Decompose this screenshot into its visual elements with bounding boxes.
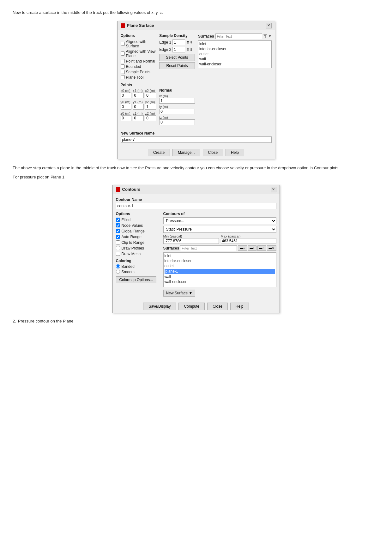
plane-middle-panel: Sample Density Edge 1 ⬆⬇ Edge 2 ⬆⬇ Selec… — [159, 33, 195, 126]
contours-surfaces-filter[interactable] — [180, 245, 237, 251]
list-item: wall — [199, 57, 270, 61]
plane-tool-checkbox[interactable] — [121, 75, 125, 79]
surfaces-filter-input[interactable] — [215, 33, 262, 39]
z2-field: z2 (m) — [145, 111, 156, 121]
surfaces-header: Surfaces ▼ — [198, 33, 272, 39]
filter-x-btn[interactable]: ▬✕ — [267, 245, 276, 251]
new-surface-button[interactable]: New Surface ▼ — [163, 290, 196, 297]
contours-right-panel: Contours of Pressure... Static Pressure … — [163, 212, 276, 297]
list-item: inlet — [199, 42, 270, 46]
close-button[interactable]: Close — [203, 149, 223, 156]
manage-button[interactable]: Manage... — [172, 149, 200, 156]
new-surface-name-input[interactable] — [121, 136, 272, 143]
filter-remove-btn[interactable]: ▬↓ — [248, 245, 256, 251]
help-button[interactable]: Help — [226, 149, 244, 156]
max-input[interactable] — [221, 238, 276, 244]
plane-dialog-titlebar: Plane Surface ✕ — [118, 21, 275, 30]
contours-title: Contours — [116, 187, 141, 192]
contours-surfaces-list: inlet interior-encloser outlet plane-1 w… — [163, 252, 276, 287]
max-field: Max (pascal) — [221, 234, 276, 244]
sample-points-checkbox[interactable] — [121, 70, 125, 74]
list-item: inlet — [165, 254, 275, 258]
filter-icon1 — [263, 34, 267, 38]
list-item: wall-encloser — [199, 62, 270, 66]
new-surface-row: New Surface ▼ — [163, 290, 276, 297]
draw-profiles-checkbox[interactable] — [116, 246, 120, 250]
opt-global-range: Global Range — [116, 229, 160, 233]
new-surface-name-section: New Surface Name — [121, 129, 272, 143]
banded-radio[interactable] — [116, 264, 120, 268]
opt-filled: Filled — [116, 218, 160, 222]
compute-button[interactable]: Compute — [178, 303, 205, 310]
y1-field: y1 (m) — [133, 100, 144, 110]
contour-name-section: Contour Name — [116, 197, 276, 209]
global-range-checkbox[interactable] — [116, 229, 120, 233]
bounded-checkbox[interactable] — [121, 64, 125, 69]
edge2-spinner[interactable]: ⬆⬇ — [186, 47, 193, 52]
edge2-input[interactable] — [172, 47, 185, 52]
plane-right-panel: Surfaces ▼ inlet interior-encloser outle… — [198, 33, 272, 126]
reset-points-button[interactable]: Reset Points — [159, 62, 195, 69]
x1-input[interactable] — [133, 93, 144, 98]
para3: For pressure plot on Plane 1 — [13, 174, 379, 180]
contours-dialog: Contours ✕ Contour Name Options Filled N… — [112, 185, 280, 313]
contours-close-icon[interactable]: ✕ — [271, 187, 276, 192]
plane-dialog-footer: Create Manage... Close Help — [118, 146, 275, 159]
opt-auto-range: Auto Range — [116, 235, 160, 239]
edge1-spinner[interactable]: ⬆⬇ — [186, 40, 193, 45]
nz-input[interactable] — [159, 119, 195, 125]
ny-field: iy (m) — [159, 105, 195, 114]
contours-titlebar: Contours ✕ — [113, 185, 280, 194]
save-display-button[interactable]: Save/Display — [143, 303, 176, 310]
z0-input[interactable] — [121, 115, 132, 121]
y0-field: y0 (m) — [121, 100, 132, 110]
edge1-input[interactable] — [172, 39, 185, 45]
smooth-radio[interactable] — [116, 270, 120, 274]
option-bounded: Bounded — [121, 64, 156, 69]
plane-options-panel: Options Aligned with Surface Aligned wit… — [121, 33, 156, 126]
x0-input[interactable] — [121, 93, 132, 98]
draw-mesh-checkbox[interactable] — [116, 252, 120, 256]
banded-option: Banded — [116, 264, 160, 269]
opt-draw-profiles: Draw Profiles — [116, 246, 160, 250]
ny-input[interactable] — [159, 109, 195, 114]
contours-help-button[interactable]: Help — [230, 303, 249, 310]
filter-invert-btn[interactable]: ▬↑ — [257, 245, 266, 251]
list-item: outlet — [199, 52, 270, 56]
option-point-normal: Point and Normal — [121, 59, 156, 63]
filled-checkbox[interactable] — [116, 218, 120, 222]
x2-input[interactable] — [145, 93, 156, 98]
intro-paragraph: Now to create a surface in the middle of… — [13, 9, 379, 16]
point-normal-checkbox[interactable] — [121, 59, 125, 63]
plane-dialog-title: Plane Surface — [121, 23, 154, 28]
node-values-checkbox[interactable] — [116, 223, 120, 227]
contours-close-button[interactable]: Close — [207, 303, 228, 310]
aligned-view-checkbox[interactable] — [121, 51, 125, 56]
min-input[interactable] — [163, 238, 219, 244]
plane-surfaces-list: inlet interior-encloser outlet wall wall… — [198, 40, 272, 68]
x2-field: x2 (m) — [145, 89, 156, 98]
select-points-button[interactable]: Select Points — [159, 54, 195, 61]
y2-input[interactable] — [145, 104, 156, 110]
create-button[interactable]: Create — [148, 149, 170, 156]
list-item-selected[interactable]: plane-1 — [165, 269, 275, 274]
plane-dialog-title-text: Plane Surface — [127, 23, 154, 28]
y1-input[interactable] — [133, 104, 144, 110]
item-text: Pressure contour on the Plane — [18, 319, 74, 323]
z1-input[interactable] — [133, 115, 144, 121]
contour-name-input[interactable] — [116, 203, 276, 209]
y0-input[interactable] — [121, 104, 132, 110]
auto-range-checkbox[interactable] — [116, 235, 120, 239]
colormap-options-button[interactable]: Colormap Options... — [116, 276, 157, 283]
contours-of-select[interactable]: Pressure... — [163, 217, 276, 224]
clip-range-checkbox[interactable] — [116, 240, 120, 244]
x1-field: x1 (m) — [133, 89, 144, 98]
close-icon[interactable]: ✕ — [266, 23, 272, 28]
edge2-row: Edge 2 ⬆⬇ — [159, 47, 195, 52]
x0-field: x0 (m) — [121, 89, 132, 98]
contours-sub-select[interactable]: Static Pressure — [163, 226, 276, 233]
aligned-surface-checkbox[interactable] — [121, 42, 125, 46]
filter-keep-btn[interactable]: ▬○ — [238, 245, 247, 251]
nx-input[interactable] — [159, 98, 195, 104]
z2-input[interactable] — [145, 115, 156, 121]
